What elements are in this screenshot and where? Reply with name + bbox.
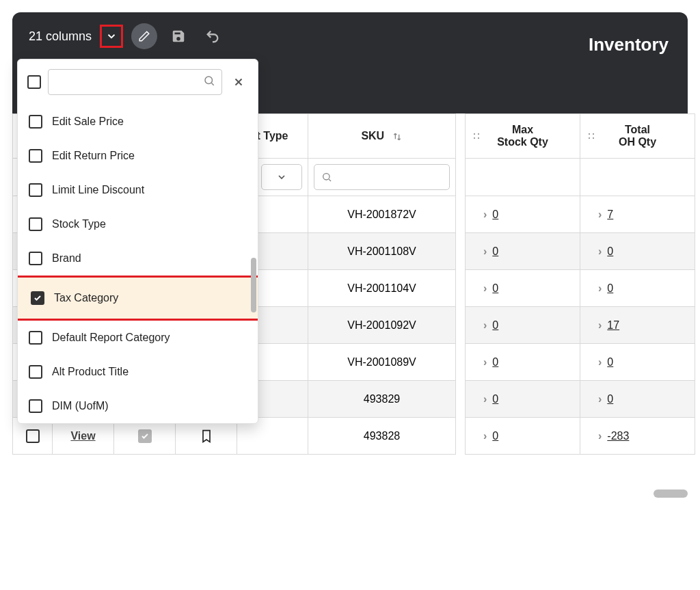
expand-icon[interactable]: › (483, 282, 487, 294)
total-oh-filter (580, 159, 695, 196)
max-stock-cell[interactable]: ›0 (466, 270, 580, 307)
search-icon (203, 75, 215, 90)
save-icon (171, 29, 186, 44)
checkbox[interactable] (29, 217, 42, 231)
page-title: Inventory (589, 34, 669, 55)
column-option[interactable]: Limit Line Discount (18, 173, 258, 207)
column-option-label: DIM (UofM) (52, 400, 109, 412)
column-option-label: Edit Return Price (52, 150, 135, 162)
horizontal-scrollbar-thumb[interactable] (654, 490, 688, 498)
chevron-down-icon (105, 30, 118, 42)
max-stock-cell[interactable]: ›0 (466, 344, 580, 381)
checkbox[interactable] (29, 365, 42, 379)
chevron-down-icon (276, 172, 287, 183)
expand-icon[interactable]: › (483, 430, 487, 442)
column-option[interactable]: Default Report Category (18, 321, 258, 355)
sku-cell: VH-2001104V (308, 270, 456, 307)
column-option-label: Stock Type (52, 218, 106, 230)
columns-dropdown-toggle[interactable] (100, 25, 123, 48)
col-sku[interactable]: SKU (308, 114, 456, 159)
expand-icon[interactable]: › (598, 245, 602, 257)
column-option[interactable]: DIM (UofM) (18, 389, 258, 423)
max-stock-filter (466, 159, 580, 196)
column-option-label: Brand (52, 252, 81, 265)
scrollbar-thumb[interactable] (251, 258, 256, 312)
view-link[interactable]: View (70, 430, 95, 442)
expand-icon[interactable]: › (483, 393, 487, 405)
pencil-icon (138, 30, 150, 42)
expand-icon[interactable]: › (598, 319, 602, 331)
total-oh-cell[interactable]: ›0 (580, 344, 695, 381)
max-stock-cell[interactable]: ›0 (466, 196, 580, 233)
column-option[interactable]: Alt Product Title (18, 355, 258, 389)
column-option[interactable]: Tax Category (18, 276, 258, 321)
svg-line-1 (329, 179, 331, 181)
expand-icon[interactable]: › (598, 209, 602, 220)
column-option-label: Tax Category (54, 292, 118, 304)
column-option-label: Limit Line Discount (52, 184, 144, 196)
column-option[interactable]: Edit Sale Price (18, 105, 258, 139)
column-option-label: Edit Sale Price (52, 116, 124, 128)
checkbox[interactable] (29, 399, 42, 413)
checkbox[interactable] (29, 115, 42, 129)
max-stock-cell[interactable]: ›0 (466, 233, 580, 270)
max-stock-cell[interactable]: ›0 (466, 381, 580, 418)
col-total-oh[interactable]: Total OH Qty (580, 114, 695, 159)
total-oh-cell[interactable]: ›17 (580, 307, 695, 344)
edit-button[interactable] (131, 23, 157, 49)
col-gap (456, 114, 466, 159)
select-all-checkbox[interactable] (27, 75, 41, 89)
column-search-input[interactable] (48, 69, 222, 95)
sku-cell: VH-2001108V (308, 233, 456, 270)
expand-icon[interactable]: › (483, 245, 487, 257)
checkbox[interactable] (29, 183, 42, 197)
svg-line-3 (211, 83, 213, 85)
sku-filter[interactable] (308, 159, 456, 196)
sku-cell: VH-2001092V (308, 307, 456, 344)
columns-count-label: 21 columns (29, 29, 92, 44)
expand-icon[interactable]: › (598, 393, 602, 405)
bookmark-outline-icon[interactable] (200, 428, 213, 444)
total-oh-cell[interactable]: ›-283 (580, 418, 695, 455)
svg-point-2 (205, 77, 213, 84)
total-oh-cell[interactable]: ›0 (580, 381, 695, 418)
max-stock-cell[interactable]: ›0 (466, 307, 580, 344)
max-stock-cell[interactable]: ›0 (466, 418, 580, 455)
svg-point-0 (323, 174, 329, 180)
column-option[interactable]: Stock Type (18, 207, 258, 241)
checkbox[interactable] (29, 252, 42, 265)
column-option[interactable]: Brand (18, 241, 258, 276)
checkbox[interactable] (29, 149, 42, 163)
sku-cell: VH-2001872V (308, 196, 456, 233)
col-max-stock[interactable]: Max Stock Qty (466, 114, 580, 159)
column-search[interactable] (48, 69, 222, 95)
close-icon (232, 76, 245, 88)
save-button[interactable] (165, 23, 191, 49)
column-option-label: Alt Product Title (52, 366, 129, 378)
checkbox[interactable] (31, 291, 44, 305)
active-toggle[interactable] (138, 429, 152, 443)
expand-icon[interactable]: › (483, 209, 487, 220)
expand-icon[interactable]: › (483, 319, 487, 331)
columns-dropdown-panel: Edit Sale PriceEdit Return PriceLimit Li… (17, 59, 258, 424)
expand-icon[interactable]: › (598, 356, 602, 368)
expand-icon[interactable]: › (598, 282, 602, 294)
sku-cell: VH-2001089V (308, 344, 456, 381)
sort-icon[interactable] (392, 131, 403, 142)
total-oh-cell[interactable]: ›0 (580, 270, 695, 307)
column-option-label: Default Report Category (52, 332, 170, 344)
undo-button[interactable] (200, 23, 226, 49)
checkbox[interactable] (29, 331, 42, 345)
expand-icon[interactable]: › (598, 430, 602, 442)
close-panel-button[interactable] (229, 72, 248, 92)
row-checkbox[interactable] (26, 429, 40, 443)
total-oh-cell[interactable]: ›7 (580, 196, 695, 233)
total-oh-cell[interactable]: ›0 (580, 233, 695, 270)
sku-cell: 493829 (308, 381, 456, 418)
undo-icon (205, 29, 220, 44)
search-icon (321, 172, 332, 183)
column-option[interactable]: Edit Return Price (18, 139, 258, 173)
sku-cell: 493828 (308, 418, 456, 455)
expand-icon[interactable]: › (483, 356, 487, 368)
